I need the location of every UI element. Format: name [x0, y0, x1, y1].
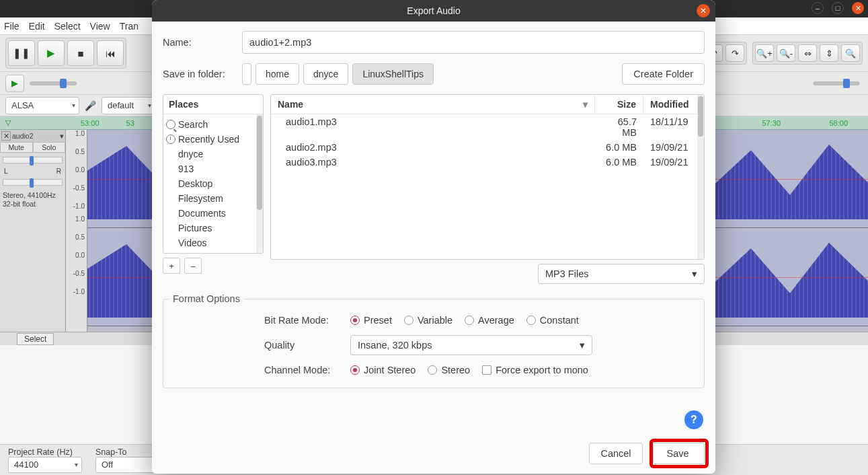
playhead-icon[interactable]: ▽ — [5, 118, 11, 127]
play-at-speed-icon[interactable]: ▶ — [5, 75, 24, 92]
place-item[interactable]: dnyce — [163, 147, 263, 161]
track-control-panel: ✕ audio2 ▾ Mute Solo L R Stereo, 44100Hz… — [0, 130, 66, 332]
close-icon[interactable]: ✕ — [852, 2, 864, 14]
col-size[interactable]: Size — [595, 95, 643, 114]
place-item[interactable]: Pictures — [163, 221, 263, 235]
zoom-toolbar: 🔍+ 🔍- ⇔ ⇕ 🔍 — [752, 42, 863, 65]
file-row[interactable]: audio1.mp3 65.7 MB 18/11/19 — [271, 114, 704, 140]
bitrate-preset-radio[interactable]: Preset — [350, 315, 392, 326]
create-folder-button[interactable]: Create Folder — [622, 63, 705, 85]
menu-select[interactable]: Select — [54, 21, 81, 32]
force-mono-checkbox[interactable]: Force export to mono — [482, 365, 588, 375]
cancel-button[interactable]: Cancel — [589, 443, 643, 464]
dialog-close-icon[interactable]: ✕ — [697, 4, 710, 17]
redo-icon[interactable]: ↷ — [725, 44, 744, 62]
chevron-down-icon: ▾ — [692, 268, 697, 279]
mic-icon: 🎤 — [85, 100, 96, 111]
zoom-selection-icon[interactable]: ⇔ — [798, 44, 817, 62]
sort-desc-icon[interactable]: ▾ — [583, 99, 588, 110]
file-list: Name▾ Size Modified audio1.mp3 65.7 MB 1… — [270, 94, 705, 260]
file-row[interactable]: audio3.mp3 6.0 MB 19/09/21 — [271, 155, 704, 170]
bitrate-variable-radio[interactable]: Variable — [404, 315, 452, 326]
save-in-label: Save in folder: — [163, 69, 233, 79]
gain-slider[interactable] — [3, 157, 63, 163]
track-name[interactable]: audio2 — [12, 132, 34, 140]
menu-file[interactable]: File — [4, 21, 19, 32]
bitrate-mode-label: Bit Rate Mode: — [264, 315, 338, 326]
menu-transport[interactable]: Tran — [120, 21, 139, 32]
zoom-toggle-icon[interactable]: 🔍 — [841, 44, 860, 62]
track-menu-icon[interactable]: ▾ — [60, 132, 64, 140]
filename-label: Name: — [163, 37, 233, 48]
zoom-in-icon[interactable]: 🔍+ — [755, 44, 774, 62]
play-speed-slider[interactable] — [30, 81, 77, 85]
export-dialog: Export Audio ✕ Name: audio1+2.mp3 Save i… — [152, 0, 715, 474]
input-device-select[interactable]: default — [102, 97, 155, 114]
place-item[interactable]: Desktop — [163, 176, 263, 191]
pan-right-label: R — [56, 168, 61, 175]
path-token-user[interactable]: dnyce — [303, 63, 348, 85]
output-volume-slider[interactable] — [813, 81, 860, 85]
col-modified[interactable]: Modified — [643, 95, 704, 114]
place-search[interactable]: Search — [163, 117, 263, 132]
project-rate-label: Project Rate (Hz) — [8, 447, 82, 457]
path-token-current[interactable]: LinuxShellTips — [352, 63, 434, 85]
filetype-select[interactable]: MP3 Files▾ — [538, 264, 705, 284]
pan-slider[interactable] — [3, 179, 63, 186]
filename-input[interactable]: audio1+2.mp3 — [242, 31, 705, 54]
file-browser: Places Search Recently Used dnyce 913 De… — [163, 94, 705, 260]
dialog-title: Export Audio — [407, 5, 460, 16]
time-mark: 58:00 — [829, 119, 848, 127]
save-button[interactable]: Save — [651, 443, 705, 464]
channel-stereo-radio[interactable]: Stereo — [428, 365, 470, 375]
help-button[interactable]: ? — [684, 410, 703, 429]
solo-button[interactable]: Solo — [33, 142, 66, 153]
file-row[interactable]: audio2.mp3 6.0 MB 19/09/21 — [271, 140, 704, 155]
filelist-scrollbar[interactable] — [697, 95, 704, 259]
col-name[interactable]: Name▾ — [271, 95, 595, 114]
place-item[interactable]: 913 — [163, 161, 263, 176]
format-options-group: Format Options Bit Rate Mode: Preset Var… — [163, 293, 705, 388]
skip-start-button[interactable]: ⏮ — [97, 40, 124, 66]
minimize-icon[interactable]: – — [812, 2, 824, 14]
quality-select[interactable]: Insane, 320 kbps▾ — [350, 335, 592, 355]
format-legend: Format Options — [169, 293, 244, 304]
pan-left-label: L — [4, 168, 8, 175]
bitrate-average-radio[interactable]: Average — [465, 315, 514, 326]
places-panel: Places Search Recently Used dnyce 913 De… — [163, 94, 264, 254]
project-rate-select[interactable]: 44100 — [8, 457, 82, 473]
track-close-icon[interactable]: ✕ — [1, 131, 11, 141]
play-button[interactable]: ▶ — [38, 40, 65, 66]
dialog-titlebar[interactable]: Export Audio ✕ — [152, 0, 715, 22]
maximize-icon[interactable]: □ — [832, 2, 844, 14]
track-format-info: Stereo, 44100Hz32-bit float — [0, 190, 65, 209]
amplitude-ruler: 1.00.50.0-0.5-1.0 1.00.50.0-0.5-1.0 — [66, 130, 87, 332]
menu-view[interactable]: View — [90, 21, 110, 32]
path-token-home[interactable]: home — [255, 63, 299, 85]
track-select-button[interactable]: Select — [17, 333, 54, 345]
places-scrollbar[interactable] — [256, 114, 263, 253]
place-item[interactable]: Documents — [163, 206, 263, 221]
search-icon — [166, 120, 175, 129]
clock-icon — [166, 135, 175, 144]
time-mark: 53 — [126, 119, 134, 127]
add-place-button[interactable]: + — [163, 258, 180, 274]
places-header: Places — [163, 95, 263, 114]
place-item[interactable]: Filesystem — [163, 191, 263, 206]
pause-button[interactable]: ❚❚ — [8, 40, 35, 66]
quality-label: Quality — [264, 340, 338, 351]
bitrate-constant-radio[interactable]: Constant — [526, 315, 579, 326]
time-mark: 57:30 — [762, 119, 781, 127]
stop-button[interactable]: ■ — [67, 40, 94, 66]
path-token-root[interactable] — [242, 63, 251, 85]
audio-host-select[interactable]: ALSA — [5, 97, 79, 114]
zoom-fit-icon[interactable]: ⇕ — [820, 44, 838, 62]
place-item[interactable]: Videos — [163, 235, 263, 250]
zoom-out-icon[interactable]: 🔍- — [777, 44, 795, 62]
remove-place-button[interactable]: – — [184, 258, 202, 274]
channel-mode-label: Channel Mode: — [264, 365, 338, 375]
menu-edit[interactable]: Edit — [29, 21, 45, 32]
place-recent[interactable]: Recently Used — [163, 132, 263, 147]
channel-joint-radio[interactable]: Joint Stereo — [350, 365, 416, 375]
mute-button[interactable]: Mute — [0, 142, 33, 153]
